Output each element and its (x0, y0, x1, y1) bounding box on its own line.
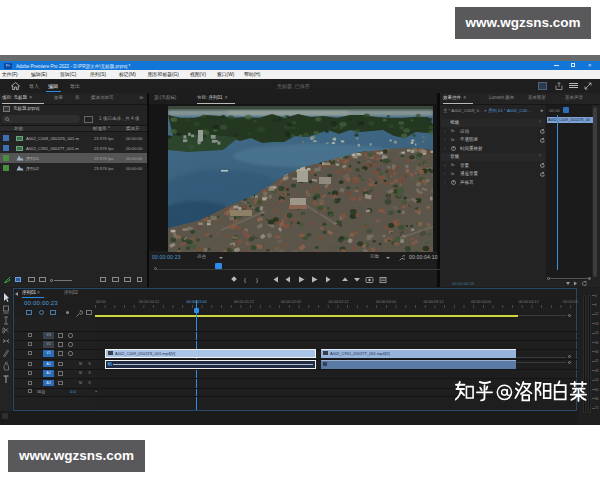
svg-text:}: } (256, 277, 258, 283)
svg-text:{: { (244, 277, 246, 283)
